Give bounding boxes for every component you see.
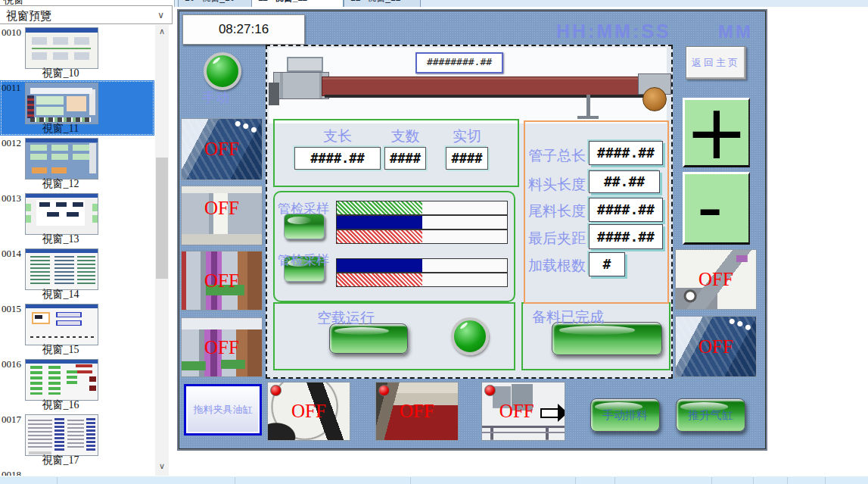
window-thumbnail[interactable] bbox=[25, 27, 98, 69]
machine-indicator-5[interactable]: OFF bbox=[675, 249, 757, 310]
manual-mode-label: 手动 bbox=[202, 89, 229, 107]
window-label: 視窗_11 bbox=[21, 122, 100, 136]
sidebar-item-window-18-partial[interactable]: 0018 bbox=[0, 467, 154, 476]
increment-button[interactable]: + bbox=[683, 98, 750, 167]
empty-run-button[interactable] bbox=[329, 323, 408, 354]
plus-icon: + bbox=[685, 91, 748, 174]
scroll-up-icon[interactable]: ∧ bbox=[155, 27, 169, 36]
piece-count-display: #### bbox=[384, 147, 426, 170]
clamp-cylinder-label: 拖料夹具油缸 bbox=[194, 403, 253, 417]
off-status-label: OFF bbox=[499, 401, 534, 422]
pipe-total-length-label: 管子总长 bbox=[528, 146, 586, 166]
tab-window-12[interactable]: 12視窗_12 bbox=[344, 0, 421, 7]
actual-cut-label: 实切 bbox=[446, 126, 488, 147]
window-thumbnail-list: 0010 視窗_10 0011 視窗_11 0012 視窗_12 0013 視窗… bbox=[0, 25, 154, 476]
piece-count-label: 支数 bbox=[384, 126, 426, 147]
machine-overview-container: ########.## 支长 ####.## 支数 #### 实切 #### bbox=[266, 45, 673, 379]
empty-run-led bbox=[451, 317, 489, 355]
design-canvas: 08:27:16 HH:MM:SS MM 手动 OFF OFF OFF OFF … bbox=[174, 7, 868, 476]
window-thumbnail[interactable] bbox=[25, 414, 98, 456]
length-per-piece-label: 支长 bbox=[294, 126, 381, 147]
sidebar-item-window-10[interactable]: 0010 視窗_10 bbox=[0, 25, 154, 80]
manual-discharge-button[interactable]: 手动排料 bbox=[590, 398, 660, 432]
window-id: 0014 bbox=[2, 248, 21, 260]
actual-cut-display: #### bbox=[446, 147, 488, 170]
window-thumbnail[interactable] bbox=[25, 193, 98, 235]
time-format-label: HH:MM:SS bbox=[556, 20, 671, 42]
machine-indicator-6[interactable]: OFF bbox=[675, 316, 757, 377]
decrement-button[interactable]: - bbox=[683, 172, 750, 245]
sidebar-item-window-17[interactable]: 0017 視窗_17 bbox=[0, 412, 154, 467]
manual-discharge-label: 手动排料 bbox=[591, 399, 659, 431]
machine-indicator-8[interactable]: OFF bbox=[375, 382, 459, 441]
machine-indicator-4[interactable]: OFF bbox=[181, 317, 263, 377]
machine-indicator-1[interactable]: OFF bbox=[181, 118, 263, 180]
window-thumbnail[interactable] bbox=[25, 138, 98, 180]
window-thumbnail[interactable] bbox=[25, 83, 98, 124]
sidebar-item-window-13[interactable]: 0013 視窗_13 bbox=[0, 191, 154, 246]
lift-cylinder-button[interactable]: 推升气缸 bbox=[676, 398, 745, 432]
progress-bar-navy-2 bbox=[336, 258, 508, 273]
window-label: 視窗_17 bbox=[21, 454, 100, 467]
clock-display: 08:27:16 bbox=[182, 14, 305, 45]
sidebar-item-window-16[interactable]: 0016 視窗_16 bbox=[0, 357, 154, 412]
off-status-label: OFF bbox=[698, 336, 733, 358]
off-status-label: OFF bbox=[698, 269, 733, 290]
tab-window-10[interactable]: 10視窗_10 bbox=[178, 0, 252, 7]
last-clamp-distance-display: ####.## bbox=[589, 224, 663, 249]
sidebar-item-window-15[interactable]: 0015 視窗_15 bbox=[0, 301, 154, 357]
tab-label: 視窗_10 bbox=[201, 0, 235, 3]
conveyor-rail bbox=[325, 95, 658, 98]
window-thumbnail[interactable] bbox=[25, 248, 98, 290]
off-status-label: OFF bbox=[291, 401, 326, 422]
clamp-cylinder-button[interactable]: 拖料夹具油缸 bbox=[184, 384, 262, 436]
off-status-label: OFF bbox=[204, 198, 239, 219]
machine-indicator-2[interactable]: OFF bbox=[181, 186, 263, 245]
progress-bar-navy-1 bbox=[336, 215, 508, 230]
pipe-info-panel: 管子总长 ####.## 料头长度 ##.## 尾料长度 ####.## 最后夹… bbox=[524, 120, 669, 304]
window-label: 視窗_10 bbox=[21, 67, 100, 80]
progress-bar-red-1 bbox=[336, 230, 508, 244]
return-home-button[interactable]: 返回主页 bbox=[686, 46, 746, 80]
scroll-down-icon[interactable]: ∨ bbox=[155, 461, 169, 471]
off-status-label: OFF bbox=[204, 270, 239, 292]
scrollbar-thumb[interactable] bbox=[156, 158, 168, 279]
tail-length-display: ####.## bbox=[589, 198, 663, 222]
tail-length-label: 尾料长度 bbox=[528, 201, 586, 221]
tab-number: 11 bbox=[258, 0, 268, 3]
machine-indicator-7[interactable]: OFF bbox=[267, 382, 350, 441]
tab-window-11-active[interactable]: 11視窗_11× bbox=[251, 0, 344, 7]
window-id: 0011 bbox=[2, 82, 21, 94]
sidebar-scrollbar[interactable]: ∧ ∨ bbox=[155, 25, 169, 476]
empty-run-panel: 空载运行 bbox=[273, 302, 515, 370]
window-thumbnail[interactable] bbox=[25, 359, 98, 401]
machine-indicator-3[interactable]: OFF bbox=[181, 251, 263, 311]
window-id: 0016 bbox=[2, 358, 21, 370]
sidebar-caption-clipped: 視窗 bbox=[3, 0, 71, 5]
pipe-sampling-label-1: 管检采样 bbox=[278, 200, 347, 217]
tab-close-icon[interactable]: × bbox=[313, 0, 319, 3]
sidebar-title: 視窗預覽 bbox=[6, 9, 51, 22]
loaded-count-label: 加载根数 bbox=[528, 256, 586, 276]
window-id: 0013 bbox=[2, 192, 21, 205]
conveyor-bracket bbox=[287, 57, 323, 72]
sidebar-header[interactable]: 視窗預覽 ∨ bbox=[0, 5, 173, 24]
conveyor-wheel bbox=[642, 87, 667, 111]
window-id: 0018 bbox=[2, 469, 21, 476]
tab-number: 10 bbox=[185, 0, 194, 3]
chevron-down-icon[interactable]: ∨ bbox=[157, 6, 164, 25]
material-ready-label: 备料已完成 bbox=[532, 308, 604, 327]
window-label: 視窗_12 bbox=[21, 177, 100, 191]
pipe-sampling-button-1[interactable] bbox=[284, 214, 325, 239]
head-length-display: ##.## bbox=[589, 170, 660, 193]
conveyor-belt bbox=[322, 77, 641, 96]
sidebar-item-window-12[interactable]: 0012 視窗_12 bbox=[0, 136, 154, 191]
sampling-panel: 管检采样 管检采样 bbox=[273, 191, 515, 302]
window-id: 0017 bbox=[2, 414, 21, 426]
window-label: 視窗_16 bbox=[21, 398, 100, 412]
window-thumbnail[interactable] bbox=[25, 304, 98, 345]
sidebar-item-window-14[interactable]: 0014 視窗_14 bbox=[0, 246, 154, 301]
sidebar-item-window-11-selected[interactable]: 0011 視窗_11 bbox=[0, 80, 154, 136]
hmi-screen-window-11: 08:27:16 HH:MM:SS MM 手动 OFF OFF OFF OFF … bbox=[179, 11, 766, 449]
machine-indicator-9[interactable]: OFF bbox=[481, 382, 565, 441]
